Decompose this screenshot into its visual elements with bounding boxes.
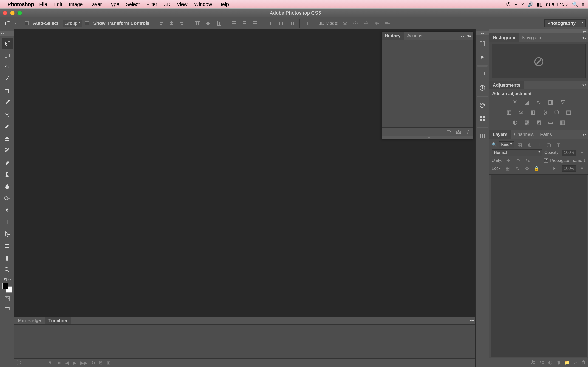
- hue-adjustment-icon[interactable]: ▦: [505, 108, 513, 116]
- menu-edit[interactable]: Edit: [53, 1, 62, 7]
- menu-filter[interactable]: Filter: [146, 1, 157, 7]
- history-snapshot-icon[interactable]: [456, 130, 461, 135]
- color-panel-icon[interactable]: [477, 100, 487, 110]
- filter-shape-icon[interactable]: ▢: [545, 142, 552, 148]
- new-group-icon[interactable]: 📁: [564, 360, 570, 365]
- color-lookup-adjustment-icon[interactable]: ▤: [565, 108, 573, 116]
- layer-mask-icon[interactable]: ◐: [548, 360, 552, 365]
- history-delete-icon[interactable]: [466, 130, 471, 135]
- invert-adjustment-icon[interactable]: ◐: [511, 118, 519, 126]
- timeline-prev-icon[interactable]: ◀: [65, 360, 69, 366]
- zoom-tool[interactable]: [2, 264, 13, 275]
- current-tool-icon[interactable]: [2, 19, 11, 28]
- adjustments-menu-icon[interactable]: ▾≡: [581, 81, 588, 89]
- mini-bridge-tab[interactable]: Mini Bridge: [14, 317, 45, 324]
- filter-type-icon[interactable]: T: [536, 142, 543, 148]
- filter-pixel-icon[interactable]: ▦: [516, 142, 523, 148]
- menubar-clock[interactable]: qua 17:33: [546, 1, 569, 7]
- channel-mixer-adjustment-icon[interactable]: ⬡: [553, 108, 561, 116]
- info-panel-icon[interactable]: i: [477, 83, 487, 93]
- timeline-play-icon[interactable]: ▶: [73, 360, 76, 366]
- menu-select[interactable]: Select: [126, 1, 140, 7]
- timeline-options-icon[interactable]: ⛶: [17, 360, 21, 365]
- blend-mode-select[interactable]: Normal: [492, 149, 542, 156]
- levels-adjustment-icon[interactable]: ◢: [523, 98, 531, 106]
- battery-icon[interactable]: ▮▯: [537, 1, 543, 7]
- adjustments-tab[interactable]: Adjustments: [489, 81, 524, 89]
- align-top-icon[interactable]: [194, 19, 201, 27]
- filter-smart-icon[interactable]: ◫: [555, 142, 562, 148]
- align-left-icon[interactable]: [157, 19, 165, 27]
- spotlight-icon[interactable]: 🔍: [572, 1, 578, 7]
- selective-color-adjustment-icon[interactable]: ▥: [559, 118, 567, 126]
- curves-adjustment-icon[interactable]: ∿: [535, 98, 543, 106]
- 3d-pan-icon[interactable]: [362, 19, 370, 27]
- volume-icon[interactable]: 🔊: [527, 1, 534, 7]
- layer-style-icon[interactable]: ƒx: [539, 360, 544, 365]
- layers-tab[interactable]: Layers: [489, 130, 511, 139]
- paths-tab[interactable]: Paths: [537, 130, 555, 139]
- rectangle-tool[interactable]: [2, 240, 13, 251]
- bottom-panel-menu-icon[interactable]: ▾≡: [468, 317, 476, 324]
- brush-tool[interactable]: [2, 121, 13, 132]
- delete-layer-icon[interactable]: 🗑: [581, 360, 586, 365]
- lock-transparent-icon[interactable]: ▦: [504, 165, 511, 172]
- layers-menu-icon[interactable]: ▾≡: [581, 130, 588, 139]
- path-selection-tool[interactable]: [2, 228, 13, 240]
- opacity-input[interactable]: 100%: [562, 150, 576, 156]
- distribute-right-icon[interactable]: [288, 19, 296, 27]
- auto-select-checkbox[interactable]: [25, 21, 29, 25]
- crop-tool[interactable]: [2, 85, 13, 96]
- wifi-icon[interactable]: ⌔: [521, 1, 524, 7]
- new-layer-icon[interactable]: ⎘: [574, 360, 577, 365]
- clone-source-panel-icon[interactable]: [477, 70, 487, 79]
- timeline-delete-icon[interactable]: 🗑: [106, 360, 111, 365]
- play-panel-icon[interactable]: [477, 52, 487, 62]
- 3d-orbit-icon[interactable]: [341, 19, 349, 27]
- eraser-tool[interactable]: [2, 157, 13, 168]
- lasso-tool[interactable]: [2, 61, 13, 73]
- link-layers-icon[interactable]: ⛓: [531, 360, 535, 365]
- menubar-appname[interactable]: Photoshop: [8, 1, 34, 7]
- align-right-icon[interactable]: [178, 19, 186, 27]
- brightness-adjustment-icon[interactable]: ☀: [511, 98, 519, 106]
- lock-all-icon[interactable]: 🔒: [533, 165, 540, 172]
- timeline-tab[interactable]: Timeline: [45, 317, 71, 324]
- menu-help[interactable]: Help: [218, 1, 229, 7]
- histogram-tab[interactable]: Histogram: [489, 33, 519, 42]
- auto-select-type-select[interactable]: Group: [63, 20, 82, 27]
- navigator-tab[interactable]: Navigator: [519, 33, 545, 42]
- 3d-roll-icon[interactable]: [352, 19, 359, 27]
- notification-center-icon[interactable]: ≡: [582, 1, 585, 7]
- color-balance-adjustment-icon[interactable]: ⚖: [517, 108, 525, 116]
- text-tool[interactable]: T: [2, 217, 13, 227]
- window-close-button[interactable]: [3, 11, 7, 15]
- window-zoom-button[interactable]: [17, 11, 22, 15]
- menu-image[interactable]: Image: [69, 1, 83, 7]
- vibrance-adjustment-icon[interactable]: ▽: [559, 98, 567, 106]
- blur-tool[interactable]: [2, 181, 13, 192]
- iconcol-toggle-icon[interactable]: ◂◂: [476, 31, 489, 35]
- unify-position-icon[interactable]: ✥: [505, 157, 512, 164]
- history-tab[interactable]: History: [381, 32, 404, 40]
- menu-window[interactable]: Window: [194, 1, 212, 7]
- menu-view[interactable]: View: [177, 1, 187, 7]
- lock-position-icon[interactable]: ✥: [523, 165, 531, 172]
- distribute-top-icon[interactable]: [230, 19, 238, 27]
- rightcol-toggle-icon[interactable]: ▸▸: [489, 29, 588, 33]
- propagate-checkbox[interactable]: [544, 158, 548, 163]
- hand-tool[interactable]: [2, 252, 13, 263]
- magic-wand-tool[interactable]: [2, 73, 13, 84]
- posterize-adjustment-icon[interactable]: ▨: [523, 118, 531, 126]
- lock-image-icon[interactable]: ✎: [514, 165, 521, 172]
- move-tool[interactable]: [2, 38, 13, 49]
- history-collapse-icon[interactable]: ▸▸: [459, 32, 466, 40]
- menu-type[interactable]: Type: [108, 1, 119, 7]
- default-colors-icon[interactable]: ◩: [3, 277, 7, 282]
- bw-adjustment-icon[interactable]: ◧: [529, 108, 537, 116]
- threshold-adjustment-icon[interactable]: ◩: [535, 118, 543, 126]
- layer-filter-select[interactable]: Kind: [499, 141, 514, 148]
- histogram-menu-icon[interactable]: ▾≡: [581, 33, 588, 42]
- swatches-panel-icon[interactable]: [477, 114, 487, 123]
- align-bottom-icon[interactable]: [215, 19, 223, 27]
